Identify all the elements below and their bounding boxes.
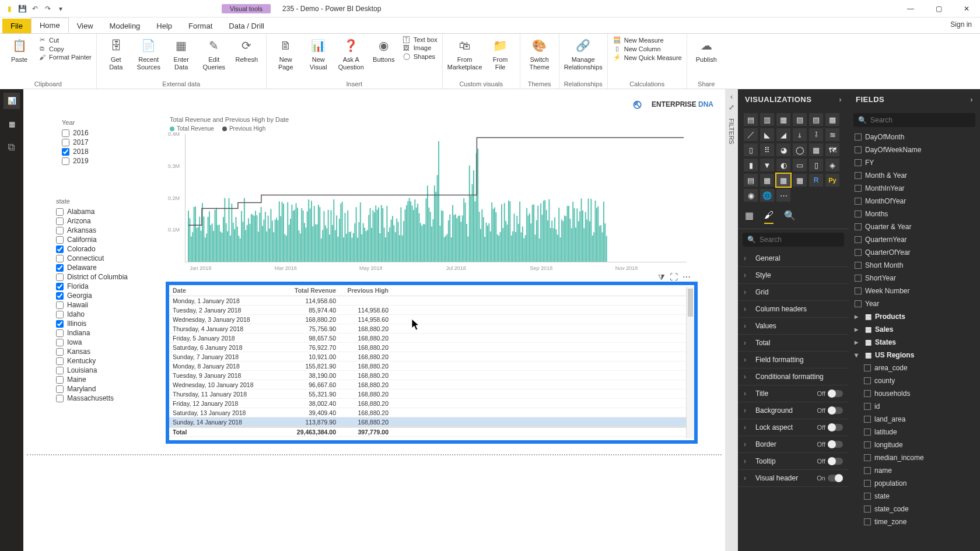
field-item[interactable]: MonthInYear xyxy=(849,182,980,195)
field-item[interactable]: county xyxy=(849,374,980,387)
state-option[interactable]: Arkansas xyxy=(56,226,155,235)
viz-line-icon[interactable]: ／ xyxy=(744,128,758,141)
viz-kpi-icon[interactable]: ◈ xyxy=(825,159,839,171)
format-section[interactable]: ›Column headers xyxy=(738,301,849,318)
expand-icon[interactable]: ▾ xyxy=(855,351,862,359)
field-item[interactable]: time_zone xyxy=(849,515,980,528)
from-marketplace-button[interactable]: 🛍From Marketplace xyxy=(447,36,482,71)
table-row[interactable]: Saturday, 6 January 201876,922.70168,880… xyxy=(169,343,694,352)
paste-button[interactable]: 📋Paste xyxy=(5,36,34,64)
checkbox[interactable] xyxy=(864,403,871,410)
viz-100-column-icon[interactable]: ▩ xyxy=(825,113,839,126)
filter-icon[interactable]: ⧩ xyxy=(658,272,665,282)
chevron-right-icon[interactable]: › xyxy=(970,95,973,104)
viz-slicer-icon[interactable]: ▤ xyxy=(744,174,758,187)
table-row[interactable]: Saturday, 13 January 201839,409.40168,88… xyxy=(169,408,694,417)
col-header-date[interactable]: Date xyxy=(173,287,284,294)
edit-queries-button[interactable]: ✎Edit Queries xyxy=(200,36,229,71)
checkbox[interactable] xyxy=(864,467,871,474)
field-table[interactable]: ▾▦US Regions xyxy=(849,349,980,362)
format-section[interactable]: ›BackgroundOff xyxy=(738,402,849,419)
checkbox[interactable] xyxy=(56,395,64,402)
sign-in-link[interactable]: Sign in xyxy=(942,17,980,31)
search-input[interactable] xyxy=(760,236,847,244)
viz-funnel-icon[interactable]: ▼ xyxy=(760,159,774,171)
viz-table2-icon[interactable]: ▦ xyxy=(760,174,774,187)
publish-button[interactable]: ☁Publish xyxy=(692,36,721,64)
checkbox[interactable] xyxy=(864,429,871,436)
state-option[interactable]: Arizona xyxy=(56,216,155,226)
year-option[interactable]: 2017 xyxy=(62,138,126,147)
state-option[interactable]: Florida xyxy=(56,282,155,291)
checkbox[interactable] xyxy=(864,441,871,448)
refresh-button[interactable]: ⟳Refresh xyxy=(232,36,261,64)
checkbox[interactable] xyxy=(855,300,862,307)
checkbox[interactable] xyxy=(855,198,862,205)
viz-globe-icon[interactable]: 🌐 xyxy=(760,189,774,202)
viz-python-icon[interactable]: Py xyxy=(825,174,839,187)
format-section[interactable]: ›Lock aspectOff xyxy=(738,419,849,436)
checkbox[interactable] xyxy=(855,275,862,282)
field-item[interactable]: Year xyxy=(849,297,980,310)
field-item[interactable]: DayOfMonth xyxy=(849,131,980,143)
field-item[interactable]: QuarternYear xyxy=(849,233,980,246)
checkbox[interactable] xyxy=(864,493,871,500)
format-section[interactable]: ›Style xyxy=(738,267,849,284)
field-item[interactable]: Months xyxy=(849,208,980,220)
format-section[interactable]: ›TooltipOff xyxy=(738,453,849,470)
state-option[interactable]: Connecticut xyxy=(56,254,155,263)
qat-dropdown-icon[interactable]: ▾ xyxy=(56,4,65,13)
checkbox[interactable] xyxy=(855,134,862,141)
toggle-switch[interactable]: Off xyxy=(817,424,843,431)
report-canvas[interactable]: ⎋ ENTERPRISE DNA Year 2016201720182019 s… xyxy=(27,93,722,548)
report-view-icon[interactable]: 📊 xyxy=(4,93,20,109)
field-item[interactable]: name xyxy=(849,464,980,477)
table-row[interactable]: Wednesday, 10 January 201896,667.60168,8… xyxy=(169,380,694,389)
checkbox[interactable] xyxy=(855,185,862,192)
field-item[interactable]: longitude xyxy=(849,438,980,451)
viz-pie-icon[interactable]: ◕ xyxy=(776,143,790,156)
format-search[interactable]: 🔍 xyxy=(743,233,844,247)
field-item[interactable]: FY xyxy=(849,156,980,169)
new-visual-button[interactable]: 📊New Visual xyxy=(304,36,333,71)
checkbox[interactable] xyxy=(56,329,64,337)
toggle-switch[interactable]: Off xyxy=(817,458,843,465)
viz-card-icon[interactable]: ▭ xyxy=(793,159,807,171)
field-item[interactable]: id xyxy=(849,400,980,413)
checkbox[interactable] xyxy=(855,210,862,217)
viz-line-column-icon[interactable]: ⫰ xyxy=(793,128,807,141)
table-row[interactable]: Wednesday, 3 January 2018168,880.20114,9… xyxy=(169,315,694,324)
field-item[interactable]: DayOfWeekName xyxy=(849,143,980,156)
recent-sources-button[interactable]: 📄Recent Sources xyxy=(134,36,163,71)
format-section[interactable]: ›Visual headerOn xyxy=(738,470,849,487)
table-row[interactable]: Sunday, 14 January 2018113,879.90168,880… xyxy=(169,417,694,427)
field-table[interactable]: ▸▦States xyxy=(849,336,980,349)
checkbox[interactable] xyxy=(56,339,64,346)
close-icon[interactable]: ✕ xyxy=(953,0,980,17)
checkbox[interactable] xyxy=(56,264,64,272)
viz-arcgis-icon[interactable]: ◉ xyxy=(744,189,758,202)
checkbox[interactable] xyxy=(56,357,64,365)
checkbox[interactable] xyxy=(56,348,64,356)
viz-matrix-icon[interactable]: ▦ xyxy=(793,174,807,187)
field-item[interactable]: Short Month xyxy=(849,259,980,272)
toggle-switch[interactable]: Off xyxy=(817,390,843,397)
state-option[interactable]: Delaware xyxy=(56,263,155,272)
field-item[interactable]: state_code xyxy=(849,503,980,515)
state-option[interactable]: Indiana xyxy=(56,328,155,338)
buttons-button[interactable]: ◉Buttons xyxy=(369,36,398,64)
tab-modeling[interactable]: Modeling xyxy=(102,19,149,33)
table-row[interactable]: Tuesday, 2 January 201885,974.40114,958.… xyxy=(169,306,694,315)
state-option[interactable]: Iowa xyxy=(56,338,155,347)
field-item[interactable]: Quarter & Year xyxy=(849,220,980,233)
checkbox[interactable] xyxy=(864,454,871,461)
checkbox[interactable] xyxy=(62,148,69,156)
state-slicer[interactable]: state AlabamaArizonaArkansasCaliforniaCo… xyxy=(56,198,155,403)
checkbox[interactable] xyxy=(864,377,871,384)
ask-question-button[interactable]: ❓Ask A Question xyxy=(337,36,366,71)
checkbox[interactable] xyxy=(56,245,64,253)
year-option[interactable]: 2018 xyxy=(62,147,126,156)
state-option[interactable]: Colorado xyxy=(56,244,155,254)
fields-tab-icon[interactable]: ▦ xyxy=(745,210,754,224)
checkbox[interactable] xyxy=(56,217,64,225)
